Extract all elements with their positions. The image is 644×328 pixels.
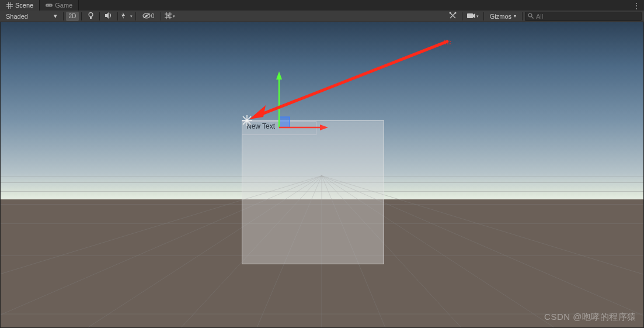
search-input[interactable]: All — [525, 12, 642, 21]
tab-scene-label: Scene — [15, 2, 33, 9]
separator — [161, 12, 161, 20]
search-icon — [528, 13, 534, 20]
lightbulb-icon — [88, 12, 94, 20]
svg-marker-9 — [105, 12, 109, 19]
kebab-menu-icon[interactable]: ⋮ — [632, 1, 640, 11]
skybox-sky — [1, 22, 643, 199]
shading-mode-label: Shaded — [6, 13, 28, 20]
shading-mode-dropdown[interactable]: Shaded ▾ — [2, 12, 61, 20]
svg-rect-4 — [46, 4, 53, 6]
svg-point-17 — [168, 15, 169, 16]
tools-icon — [449, 12, 457, 20]
lighting-toggle[interactable] — [84, 12, 97, 21]
svg-point-21 — [450, 12, 451, 14]
separator — [117, 12, 118, 20]
gamepad-icon — [46, 2, 53, 9]
separator — [99, 12, 100, 20]
separator — [522, 12, 523, 20]
search-placeholder: All — [536, 13, 543, 20]
camera-dropdown[interactable]: ▾ — [465, 12, 481, 21]
svg-marker-23 — [473, 13, 475, 18]
toolbar-right: ▾ Gizmos ▾ All — [447, 12, 642, 21]
grid-snap-dropdown[interactable]: ▾ — [163, 12, 176, 21]
separator — [81, 12, 82, 20]
gizmos-dropdown[interactable]: Gizmos ▾ — [486, 13, 520, 20]
tab-bar: Scene Game ⋮ — [0, 0, 644, 11]
separator — [483, 12, 484, 20]
svg-rect-22 — [467, 13, 473, 18]
scene-viewport[interactable]: New Text CSDN @咆哮的程序猿 — [0, 22, 644, 328]
chevron-down-icon: ▾ — [476, 14, 479, 19]
tab-game-label: Game — [55, 2, 72, 9]
effects-dropdown[interactable]: ▾ — [120, 12, 133, 21]
svg-rect-8 — [90, 17, 92, 19]
grid-icon — [6, 2, 13, 9]
separator — [462, 12, 462, 20]
hidden-objects-button[interactable]: 0 — [138, 12, 158, 21]
camera-icon — [467, 13, 475, 20]
mode-2d-button[interactable]: 2D — [66, 12, 79, 21]
eye-off-icon — [142, 13, 151, 20]
hidden-count-label: 0 — [151, 13, 155, 19]
separator — [135, 12, 136, 20]
mode-2d-label: 2D — [69, 13, 76, 19]
chevron-down-icon: ▾ — [514, 13, 516, 19]
separator — [63, 12, 64, 20]
tab-game[interactable]: Game — [40, 0, 79, 11]
chevron-down-icon: ▾ — [130, 14, 133, 19]
svg-point-7 — [89, 13, 93, 17]
effects-icon — [121, 12, 129, 20]
tab-scene[interactable]: Scene — [0, 0, 40, 11]
svg-point-24 — [528, 13, 532, 17]
chevron-down-icon: ▾ — [173, 14, 175, 19]
gizmos-label: Gizmos — [490, 13, 511, 20]
svg-line-25 — [531, 16, 533, 18]
skybox-ground — [1, 199, 643, 327]
tools-button[interactable] — [447, 12, 459, 21]
scene-toolbar: Shaded ▾ 2D ▾ 0 ▾ — [0, 11, 644, 22]
grid-snap-icon — [165, 12, 172, 20]
text-element-label: New Text — [246, 122, 275, 130]
speaker-icon — [105, 12, 113, 20]
audio-toggle[interactable] — [102, 12, 115, 21]
svg-point-6 — [47, 5, 48, 6]
svg-point-20 — [455, 12, 457, 14]
svg-point-5 — [50, 5, 51, 6]
chevron-down-icon: ▾ — [54, 12, 57, 20]
